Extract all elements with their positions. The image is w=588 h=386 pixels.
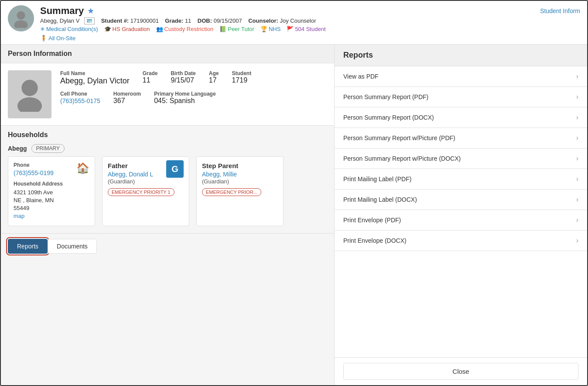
emergency-badge-father: EMERGENCY PRIORITY 1 [108, 188, 174, 196]
household-phone-link[interactable]: (763)555-0199 [14, 169, 54, 176]
main-content: Person Information Full Name Abegg, Dyla… [1, 45, 587, 385]
badge-custody-label: Custody Restriction [164, 26, 214, 32]
report-item[interactable]: View as PDF› [335, 66, 587, 87]
contact-role-step: (Guardian) [202, 178, 238, 185]
badge-medical[interactable]: ✳ Medical Condition(s) [40, 26, 98, 32]
households-section: Households Abegg PRIMARY Phone (763)555-… [1, 126, 334, 233]
report-chevron-icon: › [576, 237, 578, 245]
report-chevron-icon: › [576, 175, 578, 183]
households-header: Households [1, 126, 334, 144]
birthdate-group: Birth Date 9/15/07 [171, 70, 195, 84]
cell-phone-group: Cell Phone (763)555-0175 [60, 91, 100, 105]
left-panel: Person Information Full Name Abegg, Dyla… [1, 45, 334, 385]
grade-label-pi: Grade [143, 70, 158, 76]
homeroom-label: Homeroom [113, 91, 141, 97]
primary-badge: PRIMARY [31, 144, 65, 153]
person-info-section: Person Information Full Name Abegg, Dyla… [1, 45, 334, 126]
report-item[interactable]: Print Mailing Label (PDF)› [335, 169, 587, 190]
medical-icon: ✳ [40, 26, 45, 32]
household-tab-name[interactable]: Abegg [8, 145, 27, 152]
grade-label: Grade: [165, 17, 183, 24]
student-number: 171900001 [130, 17, 159, 24]
peer-icon: 📗 [219, 26, 226, 32]
student-number-label: Student #: [101, 17, 129, 24]
contact-name-father[interactable]: Abegg, Donald L [108, 171, 153, 178]
report-item-label: View as PDF [343, 73, 379, 80]
badge-hs[interactable]: 🎓 HS Graduation [104, 26, 150, 32]
badge-peer[interactable]: 📗 Peer Tutor [219, 26, 254, 32]
household-tab-row: Abegg PRIMARY [1, 144, 334, 156]
report-item-label: Person Summary Report (PDF) [343, 93, 428, 100]
badge-peer-label: Peer Tutor [228, 26, 254, 32]
header: Summary ★ Student Inform Abegg, Dylan V … [1, 1, 587, 45]
badge-custody[interactable]: 👥 Custody Restriction [156, 26, 214, 32]
address-line2: NE , Blaine, MN [14, 196, 89, 204]
report-item[interactable]: Person Summary Report w/Picture (DOCX)› [335, 148, 587, 169]
report-chevron-icon: › [576, 93, 578, 101]
report-item[interactable]: Print Mailing Label (DOCX)› [335, 190, 587, 210]
student-num-group: Student 1719 [232, 70, 251, 84]
badge-onsite[interactable]: 🧍 All On-Site [40, 35, 75, 41]
report-item[interactable]: Print Envelope (PDF)› [335, 210, 587, 231]
age-value: 17 [209, 76, 219, 84]
reports-tab[interactable]: Reports [8, 239, 48, 254]
favorite-icon[interactable]: ★ [87, 6, 94, 16]
nhs-icon: 🏆 [260, 26, 267, 32]
counselor-label: Counselor: [248, 17, 278, 24]
contact-name-step[interactable]: Abegg, Millie [202, 171, 237, 178]
dob-label: DOB: [198, 17, 212, 24]
badge-hs-label: HS Graduation [113, 26, 150, 32]
bottom-tabs: Reports Documents [1, 233, 334, 259]
svg-point-0 [17, 11, 25, 20]
badges-row: ✳ Medical Condition(s) 🎓 HS Graduation 👥… [40, 26, 580, 32]
reports-list: View as PDF›Person Summary Report (PDF)›… [335, 66, 587, 357]
student-info-link[interactable]: Student Inform [540, 7, 580, 14]
header-info: Summary ★ Student Inform Abegg, Dylan V … [40, 5, 580, 41]
address-label: Household Address [14, 180, 89, 188]
report-chevron-icon: › [576, 216, 578, 224]
language-label: Primary Home Language [154, 91, 215, 97]
map-link[interactable]: map [14, 213, 24, 219]
badge-504[interactable]: 🚩 504 Student [287, 26, 325, 32]
badge-nhs-label: NHS [269, 26, 280, 32]
student-counselor: Joy Counselor [280, 17, 316, 24]
report-item[interactable]: Person Summary Report (PDF)› [335, 87, 587, 107]
student-grade: 11 [185, 17, 191, 24]
contact-card-stepparent: Step Parent Abegg, Millie (Guardian) EME… [196, 156, 284, 226]
person-details: Full Name Abegg, Dylan Victor Grade 11 B… [60, 70, 327, 118]
grade-value: 11 [143, 76, 158, 84]
onsite-icon: 🧍 [40, 35, 47, 41]
badge-nhs[interactable]: 🏆 NHS [260, 26, 280, 32]
contact-type-step: Step Parent [202, 162, 238, 169]
flag-icon: 🚩 [287, 26, 294, 32]
badge-medical-label: Medical Condition(s) [46, 26, 98, 32]
grade-group: Grade 11 [143, 70, 158, 84]
reports-footer: Close [335, 357, 587, 385]
cell-phone-link[interactable]: (763)555-0175 [60, 97, 100, 104]
household-cards: Phone (763)555-0199 🏠 Household Address … [1, 156, 334, 233]
contact-card-father: Father Abegg, Donald L (Guardian) G EMER… [102, 156, 189, 226]
onsite-row: 🧍 All On-Site [40, 34, 580, 41]
report-item[interactable]: Person Summary Report (DOCX)› [335, 107, 587, 128]
report-item-label: Print Mailing Label (PDF) [343, 176, 411, 183]
badge-504-label: 504 Student [295, 26, 325, 32]
custody-icon: 👥 [156, 26, 163, 32]
report-item[interactable]: Person Summary Report w/Picture (PDF)› [335, 128, 587, 148]
documents-tab[interactable]: Documents [48, 239, 97, 254]
svg-point-2 [21, 80, 38, 96]
app-window: Summary ★ Student Inform Abegg, Dylan V … [0, 0, 588, 386]
badge-onsite-label: All On-Site [48, 35, 75, 41]
address-line1: 4321 109th Ave [14, 189, 89, 196]
person-info-content: Full Name Abegg, Dylan Victor Grade 11 B… [1, 63, 334, 125]
household-address: Household Address 4321 109th Ave NE , Bl… [14, 180, 89, 221]
report-item-label: Person Summary Report w/Picture (DOCX) [343, 155, 461, 162]
close-button[interactable]: Close [343, 363, 578, 380]
homeroom-value: 367 [113, 97, 141, 105]
person-avatar [8, 70, 51, 118]
age-group: Age 17 [209, 70, 219, 84]
report-item[interactable]: Print Envelope (DOCX)› [335, 231, 587, 251]
person-info-header: Person Information [1, 45, 334, 63]
phone-card-label: Phone [14, 162, 54, 168]
homeroom-group: Homeroom 367 [113, 91, 141, 105]
svg-point-3 [17, 97, 42, 112]
